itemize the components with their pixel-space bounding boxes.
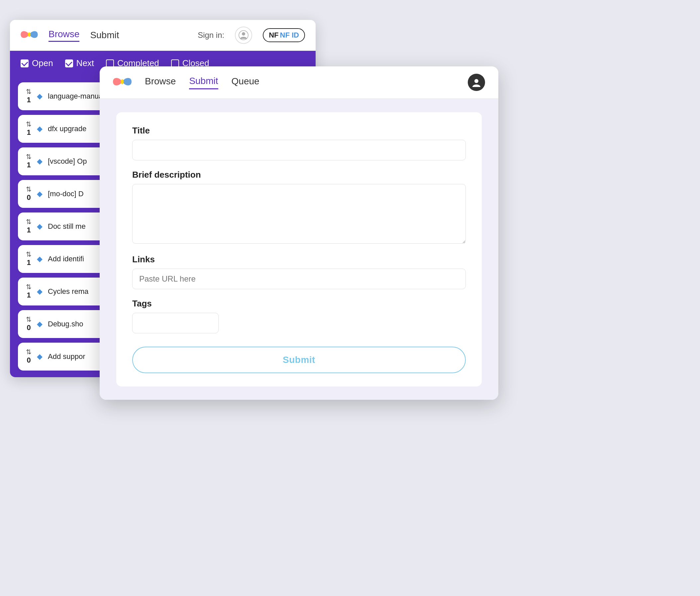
foreground-window: Browse Submit Queue Title Brief descript… — [100, 67, 498, 400]
fg-browse-link[interactable]: Browse — [145, 76, 176, 89]
fg-queue-link[interactable]: Queue — [231, 76, 259, 89]
links-label: Links — [132, 254, 466, 265]
open-checkbox[interactable] — [21, 59, 29, 68]
diamond-icon-6: ◆ — [37, 255, 43, 263]
bg-avatar[interactable] — [235, 27, 252, 44]
filter-open[interactable]: Open — [21, 58, 53, 69]
vote-up-7[interactable]: ⇅ — [26, 284, 31, 290]
links-input[interactable] — [132, 268, 466, 289]
vote-count-1: 1 — [27, 96, 30, 104]
tags-group: Tags — [132, 299, 466, 333]
filter-next[interactable]: Next — [65, 58, 94, 69]
vote-count-6: 1 — [27, 258, 30, 267]
bg-submit-link[interactable]: Submit — [90, 30, 119, 41]
diamond-icon-1: ◆ — [37, 92, 43, 101]
sign-in-label: Sign in: — [198, 30, 224, 40]
title-label: Title — [132, 126, 466, 136]
brief-desc-group: Brief description — [132, 170, 466, 245]
vote-control-7[interactable]: ⇅ 1 — [26, 284, 31, 300]
svg-point-4 — [474, 79, 478, 83]
diamond-icon-8: ◆ — [37, 320, 43, 328]
diamond-icon-5: ◆ — [37, 222, 43, 231]
vote-count-7: 1 — [27, 291, 30, 300]
bg-browse-link[interactable]: Browse — [49, 29, 79, 42]
vote-count-2: 1 — [27, 128, 30, 137]
vote-count-3: 1 — [27, 161, 30, 169]
vote-up-1[interactable]: ⇅ — [26, 88, 31, 95]
vote-control-1[interactable]: ⇅ 1 — [26, 88, 31, 104]
svg-point-2 — [242, 32, 245, 35]
vote-control-4[interactable]: ⇅ 0 — [26, 186, 31, 202]
vote-up-6[interactable]: ⇅ — [26, 251, 31, 258]
vote-count-4: 0 — [27, 193, 30, 202]
tags-input[interactable] — [132, 313, 219, 333]
vote-control-3[interactable]: ⇅ 1 — [26, 153, 31, 169]
bg-nav-bar: Browse Submit Sign in: NFNF ID — [10, 20, 316, 51]
vote-count-9: 0 — [27, 356, 30, 365]
completed-checkbox[interactable] — [106, 59, 114, 68]
fg-nav-bar: Browse Submit Queue — [100, 67, 498, 99]
fg-logo[interactable] — [113, 75, 131, 89]
vote-control-6[interactable]: ⇅ 1 — [26, 251, 31, 267]
diamond-icon-7: ◆ — [37, 287, 43, 296]
title-group: Title — [132, 126, 466, 160]
diamond-icon-4: ◆ — [37, 189, 43, 198]
tags-label: Tags — [132, 299, 466, 309]
vote-up-8[interactable]: ⇅ — [26, 316, 31, 323]
vote-control-8[interactable]: ⇅ 0 — [26, 316, 31, 332]
vote-up-5[interactable]: ⇅ — [26, 218, 31, 225]
diamond-icon-3: ◆ — [37, 157, 43, 166]
submit-form-area: Title Brief description Links Tags Submi… — [100, 99, 498, 400]
brief-desc-label: Brief description — [132, 170, 466, 180]
vote-up-9[interactable]: ⇅ — [26, 348, 31, 355]
nfid-button[interactable]: NFNF ID — [263, 28, 305, 42]
svg-point-3 — [121, 79, 124, 84]
vote-control-2[interactable]: ⇅ 1 — [26, 121, 31, 137]
title-input[interactable] — [132, 140, 466, 160]
form-inner: Title Brief description Links Tags Submi… — [116, 112, 482, 387]
vote-up-3[interactable]: ⇅ — [26, 153, 31, 160]
diamond-icon-2: ◆ — [37, 125, 43, 133]
fg-submit-link[interactable]: Submit — [189, 76, 218, 89]
diamond-icon-9: ◆ — [37, 352, 43, 361]
closed-checkbox[interactable] — [171, 59, 179, 68]
links-group: Links — [132, 254, 466, 289]
submit-button[interactable]: Submit — [132, 347, 466, 373]
brief-desc-textarea[interactable] — [132, 184, 466, 244]
vote-count-5: 1 — [27, 226, 30, 234]
fg-user-avatar[interactable] — [468, 74, 485, 91]
svg-point-0 — [28, 32, 31, 37]
vote-up-4[interactable]: ⇅ — [26, 186, 31, 192]
bg-logo[interactable] — [21, 29, 38, 42]
vote-up-2[interactable]: ⇅ — [26, 121, 31, 128]
vote-control-9[interactable]: ⇅ 0 — [26, 348, 31, 365]
vote-count-8: 0 — [27, 323, 30, 332]
vote-control-5[interactable]: ⇅ 1 — [26, 218, 31, 234]
next-checkbox[interactable] — [65, 59, 73, 68]
